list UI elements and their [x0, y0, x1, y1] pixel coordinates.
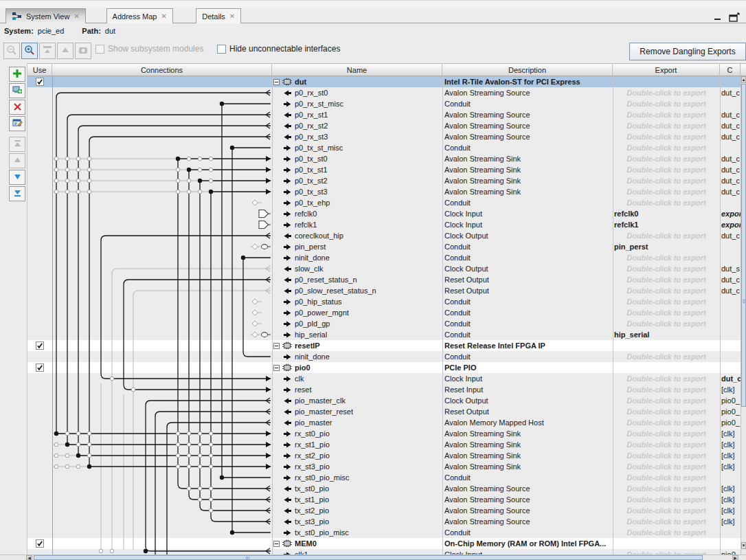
- name-cell[interactable]: dut: [272, 76, 442, 87]
- tab-details[interactable]: Details✕: [196, 8, 241, 23]
- name-cell[interactable]: p0_tx_st3: [272, 186, 442, 197]
- export-placeholder[interactable]: Double-click to export: [613, 320, 720, 328]
- name-cell[interactable]: slow_clk: [272, 263, 442, 274]
- export-cell[interactable]: [613, 340, 720, 351]
- clock-cell[interactable]: dut_c: [720, 87, 741, 98]
- export-cell[interactable]: Double-click to export: [613, 131, 720, 142]
- export-cell[interactable]: Double-click to export: [613, 274, 720, 285]
- name-cell[interactable]: pio_master: [272, 417, 442, 428]
- name-cell[interactable]: pio0: [272, 362, 442, 373]
- name-cell[interactable]: p0_hip_status: [272, 296, 442, 307]
- minimize-icon[interactable]: [714, 13, 721, 21]
- horizontal-scroll-thumb[interactable]: [34, 555, 703, 560]
- clock-cell[interactable]: [clk]: [720, 505, 741, 516]
- export-cell[interactable]: Double-click to export: [613, 483, 720, 494]
- export-placeholder[interactable]: Double-click to export: [613, 133, 720, 141]
- clock-cell[interactable]: pio0_: [720, 417, 741, 428]
- add-button[interactable]: [9, 67, 25, 82]
- export-placeholder[interactable]: Double-click to export: [613, 166, 720, 174]
- clock-cell[interactable]: dut_c: [720, 153, 741, 164]
- export-name[interactable]: refclk0: [613, 210, 638, 218]
- collapse-icon[interactable]: [273, 79, 280, 85]
- export-cell[interactable]: Double-click to export: [613, 230, 720, 241]
- name-cell[interactable]: p0_reset_status_n: [272, 274, 442, 285]
- use-checkbox[interactable]: [36, 341, 44, 350]
- export-cell[interactable]: Double-click to export: [613, 109, 720, 120]
- export-placeholder[interactable]: Double-click to export: [613, 506, 720, 515]
- name-cell[interactable]: p0_rx_st2: [272, 120, 442, 131]
- export-placeholder[interactable]: Double-click to export: [613, 232, 720, 240]
- scroll-left-button[interactable]: ◀: [26, 555, 32, 560]
- clock-cell[interactable]: [clk]: [720, 439, 741, 450]
- clock-cell[interactable]: [720, 76, 741, 87]
- column-header-name[interactable]: Name: [272, 64, 442, 76]
- name-cell[interactable]: p0_rx_st1: [272, 109, 442, 120]
- move-up-button[interactable]: [9, 153, 25, 168]
- close-icon[interactable]: ✕: [161, 13, 166, 20]
- name-cell[interactable]: p0_rx_st3: [272, 131, 442, 142]
- clock-cell[interactable]: [720, 527, 741, 538]
- name-cell[interactable]: coreclkout_hip: [272, 230, 442, 241]
- show-subsystem-checkbox[interactable]: [95, 45, 104, 54]
- export-name[interactable]: pin_perst: [613, 243, 648, 251]
- export-cell[interactable]: Double-click to export: [613, 142, 720, 153]
- column-header-connections[interactable]: Connections: [52, 64, 272, 76]
- export-placeholder[interactable]: Double-click to export: [613, 473, 720, 482]
- name-cell[interactable]: rx_st2_pio: [272, 450, 442, 461]
- export-cell[interactable]: Double-click to export: [613, 384, 720, 395]
- clock-cell[interactable]: [720, 351, 741, 362]
- export-cell[interactable]: Double-click to export: [613, 395, 720, 406]
- name-cell[interactable]: p0_rx_st0: [272, 87, 442, 98]
- export-placeholder[interactable]: Double-click to export: [613, 177, 720, 185]
- export-cell[interactable]: hip_serial: [613, 329, 720, 340]
- export-placeholder[interactable]: Double-click to export: [613, 298, 720, 306]
- export-cell[interactable]: Double-click to export: [613, 439, 720, 450]
- name-cell[interactable]: refclk0: [272, 208, 442, 219]
- name-cell[interactable]: p0_pld_gp: [272, 318, 442, 329]
- export-placeholder[interactable]: Double-click to export: [613, 528, 720, 537]
- clock-cell[interactable]: [720, 307, 741, 318]
- name-cell[interactable]: refclk1: [272, 219, 442, 230]
- clock-cell[interactable]: dut_c: [720, 274, 741, 285]
- export-placeholder[interactable]: Double-click to export: [613, 495, 720, 504]
- horizontal-scrollbar[interactable]: ◀ ▶: [0, 555, 746, 560]
- export-cell[interactable]: Double-click to export: [613, 263, 720, 274]
- export-placeholder[interactable]: Double-click to export: [613, 418, 720, 427]
- clock-cell[interactable]: expor: [720, 219, 741, 230]
- export-placeholder[interactable]: Double-click to export: [613, 287, 720, 295]
- clock-cell[interactable]: [720, 142, 741, 153]
- use-checkbox[interactable]: [36, 78, 44, 86]
- name-cell[interactable]: p0_tx_st2: [272, 175, 442, 186]
- column-header-description[interactable]: Description: [442, 64, 613, 76]
- clock-cell[interactable]: dut_c: [720, 373, 741, 384]
- export-name[interactable]: refclk1: [613, 221, 638, 229]
- column-header-export[interactable]: Export: [613, 64, 720, 76]
- name-cell[interactable]: p0_tx_st_misc: [272, 142, 442, 153]
- column-header-use[interactable]: Use: [27, 64, 52, 76]
- name-cell[interactable]: p0_tx_st1: [272, 164, 442, 175]
- export-cell[interactable]: [613, 362, 720, 373]
- clock-cell[interactable]: pio0_: [720, 406, 741, 417]
- name-cell[interactable]: clk: [272, 373, 442, 384]
- export-placeholder[interactable]: Double-click to export: [613, 517, 720, 526]
- export-placeholder[interactable]: Double-click to export: [613, 309, 720, 317]
- export-placeholder[interactable]: Double-click to export: [613, 199, 720, 207]
- export-cell[interactable]: pin_perst: [613, 241, 720, 252]
- vertical-scrollbar[interactable]: ▲ ▼: [741, 76, 746, 555]
- clock-cell[interactable]: dut_c: [720, 120, 741, 131]
- name-cell[interactable]: p0_tx_ehp: [272, 197, 442, 208]
- tab-address-map[interactable]: Address Map✕: [106, 8, 173, 23]
- move-top-button[interactable]: [9, 137, 25, 152]
- clock-cell[interactable]: dut_s: [720, 263, 741, 274]
- export-placeholder[interactable]: Double-click to export: [613, 396, 720, 405]
- export-placeholder[interactable]: Double-click to export: [613, 276, 720, 284]
- name-cell[interactable]: rx_st1_pio: [272, 439, 442, 450]
- clock-cell[interactable]: [720, 296, 741, 307]
- export-placeholder[interactable]: Double-click to export: [613, 385, 720, 394]
- name-cell[interactable]: tx_st0_pio: [272, 483, 442, 494]
- clock-cell[interactable]: [720, 329, 741, 340]
- zoom-in-button[interactable]: [21, 43, 38, 59]
- name-cell[interactable]: clk1: [272, 549, 442, 555]
- vertical-scroll-thumb[interactable]: [741, 84, 746, 407]
- name-cell[interactable]: pio_master_clk: [272, 395, 442, 406]
